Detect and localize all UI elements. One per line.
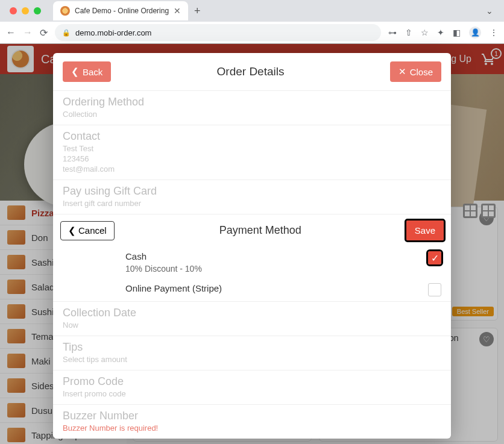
buzzer-number-section[interactable]: Buzzer Number Buzzer Number is required! bbox=[53, 404, 451, 439]
section-label: Buzzer Number bbox=[63, 410, 441, 422]
collection-date-section[interactable]: Collection Date Now bbox=[53, 301, 451, 336]
close-label: Close bbox=[410, 67, 433, 77]
section-error: Buzzer Number is required! bbox=[63, 424, 441, 433]
payment-option-cash[interactable]: Cash 10% Discount - 10% ✓ bbox=[53, 246, 451, 278]
cancel-label: Cancel bbox=[78, 225, 107, 236]
extensions-icon[interactable]: ✦ bbox=[437, 28, 444, 37]
promo-code-section[interactable]: Promo Code Insert promo code bbox=[53, 370, 451, 404]
section-placeholder: Select tips amount bbox=[63, 355, 441, 364]
back-nav-icon[interactable]: ← bbox=[6, 27, 16, 38]
chrome-actions: ⊶ ⇧ ☆ ✦ ◧ 👤 ⋮ bbox=[388, 27, 498, 39]
payment-method-header: ❮ Cancel Payment Method Save bbox=[53, 214, 451, 246]
url-field[interactable]: 🔒 demo.mobi-order.com bbox=[55, 24, 381, 41]
window-controls bbox=[5, 7, 46, 14]
minimize-window-icon[interactable] bbox=[22, 7, 29, 14]
menu-icon[interactable]: ⋮ bbox=[490, 28, 498, 37]
tab-bar: Cafe Demo - Online Ordering ✕ + ⌄ bbox=[0, 0, 504, 22]
section-label: Ordering Method bbox=[63, 96, 441, 108]
address-bar: ← → ⟳ 🔒 demo.mobi-order.com ⊶ ⇧ ☆ ✦ ◧ 👤 … bbox=[0, 22, 504, 43]
back-button[interactable]: ❮ Back bbox=[63, 61, 111, 82]
save-button[interactable]: Save bbox=[406, 220, 444, 240]
section-value: Now bbox=[63, 320, 441, 330]
payment-discount: 10% Discount - 10% bbox=[125, 264, 418, 274]
chevron-left-icon: ❮ bbox=[68, 225, 76, 236]
contact-email: test@mail.com bbox=[63, 164, 441, 174]
favicon-icon bbox=[60, 6, 70, 16]
payment-option-label: Cash bbox=[125, 251, 418, 261]
payment-option-stripe[interactable]: Online Payment (Stripe) bbox=[53, 278, 451, 301]
key-icon[interactable]: ⊶ bbox=[388, 28, 397, 37]
maximize-window-icon[interactable] bbox=[34, 7, 41, 14]
browser-tab[interactable]: Cafe Demo - Online Ordering ✕ bbox=[53, 1, 188, 20]
payment-title: Payment Method bbox=[219, 224, 301, 237]
checkbox-unchecked-icon[interactable] bbox=[428, 283, 441, 296]
contact-name: Test Test bbox=[63, 144, 441, 153]
bookmark-icon[interactable]: ☆ bbox=[421, 28, 429, 37]
back-label: Back bbox=[83, 67, 102, 77]
new-tab-button[interactable]: + bbox=[188, 5, 207, 17]
modal-header: ❮ Back Order Details ✕ Close bbox=[53, 53, 451, 90]
modal-title: Order Details bbox=[217, 65, 285, 78]
section-label: Collection Date bbox=[63, 307, 441, 319]
forward-nav-icon[interactable]: → bbox=[23, 27, 33, 38]
reload-icon[interactable]: ⟳ bbox=[40, 27, 48, 39]
section-label: Pay using Gift Card bbox=[63, 185, 441, 198]
section-label: Promo Code bbox=[63, 375, 441, 388]
gift-card-section[interactable]: Pay using Gift Card Insert gift card num… bbox=[53, 180, 451, 214]
checkbox-checked-icon[interactable]: ✓ bbox=[428, 251, 441, 264]
section-label: Tips bbox=[63, 341, 441, 354]
payment-option-label: Online Payment (Stripe) bbox=[125, 283, 418, 293]
close-button[interactable]: ✕ Close bbox=[390, 61, 441, 82]
share-icon[interactable]: ⇧ bbox=[405, 28, 412, 37]
section-placeholder: Insert promo code bbox=[63, 389, 441, 398]
browser-chrome: Cafe Demo - Online Ordering ✕ + ⌄ ← → ⟳ … bbox=[0, 0, 504, 44]
contact-phone: 123456 bbox=[63, 154, 441, 163]
ordering-method-section[interactable]: Ordering Method Collection bbox=[53, 90, 451, 125]
url-text: demo.mobi-order.com bbox=[75, 28, 151, 37]
close-icon: ✕ bbox=[398, 66, 406, 77]
section-value: Collection bbox=[63, 110, 441, 119]
tab-title: Cafe Demo - Online Ordering bbox=[75, 7, 169, 15]
modal-overlay: ❮ Back Order Details ✕ Close Ordering Me… bbox=[0, 43, 504, 444]
section-label: Contact bbox=[63, 130, 441, 143]
tips-section[interactable]: Tips Select tips amount bbox=[53, 336, 451, 370]
close-window-icon[interactable] bbox=[10, 7, 17, 14]
lock-icon: 🔒 bbox=[62, 29, 71, 37]
order-details-modal: ❮ Back Order Details ✕ Close Ordering Me… bbox=[53, 53, 451, 439]
tabs-chevron-icon[interactable]: ⌄ bbox=[480, 6, 499, 16]
contact-section[interactable]: Contact Test Test 123456 test@mail.com bbox=[53, 125, 451, 180]
panel-icon[interactable]: ◧ bbox=[453, 28, 461, 37]
tab-close-icon[interactable]: ✕ bbox=[174, 6, 181, 16]
chevron-left-icon: ❮ bbox=[71, 66, 79, 77]
cancel-button[interactable]: ❮ Cancel bbox=[60, 221, 115, 240]
profile-icon[interactable]: 👤 bbox=[469, 27, 481, 39]
section-placeholder: Insert gift card number bbox=[63, 199, 441, 208]
